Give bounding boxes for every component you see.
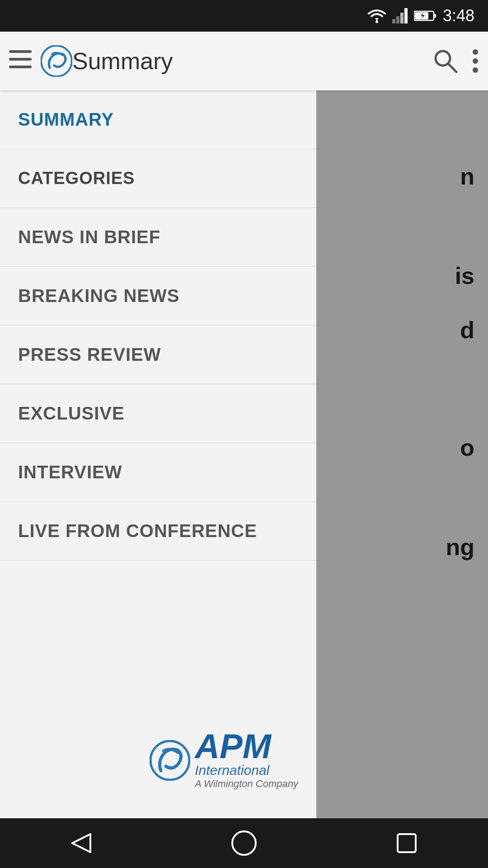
svg-rect-1	[392, 19, 395, 24]
svg-rect-10	[9, 66, 32, 68]
recent-apps-button[interactable]	[384, 825, 429, 861]
status-icons: 3:48	[367, 6, 474, 25]
battery-icon	[414, 9, 437, 22]
svg-point-0	[375, 20, 378, 23]
toolbar-title: Summary	[72, 47, 433, 75]
home-button[interactable]	[221, 825, 267, 861]
svg-point-11	[41, 46, 72, 76]
drawer-overlay[interactable]	[312, 90, 488, 818]
drawer-item-summary[interactable]: SUMMARY	[0, 90, 316, 149]
drawer-logo-area: APM International A Wilmington Company	[0, 711, 316, 818]
svg-rect-8	[9, 50, 32, 53]
svg-point-14	[473, 49, 478, 55]
main-content: n is d o ng SUMMARY CATEGORIES NEWS IN B…	[0, 90, 488, 818]
svg-line-13	[448, 64, 456, 72]
svg-marker-18	[72, 834, 90, 852]
drawer-item-press-review[interactable]: PRESS REVIEW	[0, 326, 316, 384]
navigation-drawer: SUMMARY CATEGORIES NEWS IN BRIEF BREAKIN…	[0, 90, 316, 818]
signal-icon	[392, 8, 408, 24]
apm-logo-icon	[150, 740, 190, 781]
status-bar: 3:48	[0, 0, 488, 32]
drawer-item-live-from-conference[interactable]: LIVE FROM CONFERENCE	[0, 502, 316, 561]
svg-rect-4	[404, 8, 408, 24]
apm-company: A Wilmington Company	[195, 777, 298, 791]
svg-point-17	[150, 741, 189, 780]
status-time: 3:48	[443, 6, 474, 25]
more-options-icon[interactable]	[472, 48, 479, 74]
wifi-icon	[367, 8, 387, 24]
bottom-nav	[0, 818, 488, 868]
drawer-item-categories[interactable]: CATEGORIES	[0, 149, 316, 208]
svg-rect-6	[434, 14, 436, 18]
svg-rect-9	[9, 58, 32, 61]
app-logo	[41, 45, 72, 77]
back-button[interactable]	[59, 825, 104, 861]
drawer-spacer	[0, 561, 316, 711]
drawer-item-breaking-news[interactable]: BREAKING NEWS	[0, 267, 316, 326]
search-icon[interactable]	[433, 48, 458, 74]
drawer-item-exclusive[interactable]: EXCLUSIVE	[0, 384, 316, 443]
svg-point-15	[473, 58, 478, 64]
toolbar: Summary	[0, 32, 488, 90]
menu-icon[interactable]	[9, 50, 32, 72]
apm-text: APM	[195, 729, 298, 764]
svg-rect-3	[400, 13, 404, 24]
svg-point-16	[473, 67, 478, 73]
drawer-item-news-in-brief[interactable]: NEWS IN BRIEF	[0, 208, 316, 267]
svg-point-19	[232, 831, 256, 855]
drawer-item-interview[interactable]: INTERVIEW	[0, 443, 316, 502]
svg-rect-20	[398, 834, 416, 852]
svg-rect-2	[396, 16, 399, 24]
apm-logo-text: APM International A Wilmington Company	[195, 729, 298, 791]
apm-logo: APM International A Wilmington Company	[150, 729, 298, 791]
apm-international: International	[195, 764, 298, 777]
